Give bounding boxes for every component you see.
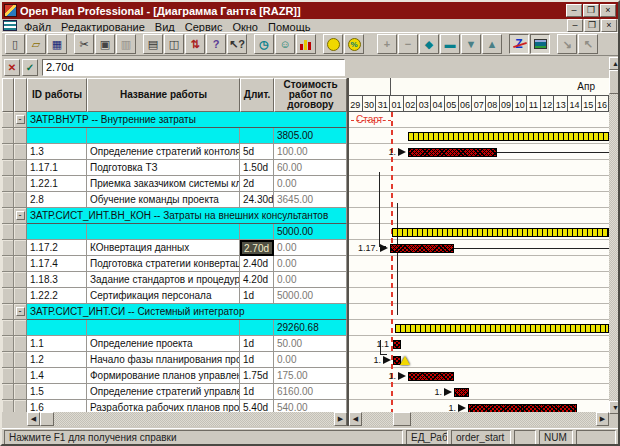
task-cost-cell[interactable]: 50.00 [274, 336, 347, 352]
task-name-cell[interactable] [87, 128, 240, 144]
task-bar[interactable] [408, 372, 454, 381]
task-name-cell[interactable]: КОнвертация данных [87, 240, 240, 256]
task-row[interactable]: 2.8Обучение команды проекта24.30d3645.00 [2, 192, 347, 208]
task-id-cell[interactable]: 1.3 [27, 144, 87, 160]
task-cost-cell[interactable]: 175.00 [274, 368, 347, 384]
menu-окно[interactable]: Окно [227, 21, 263, 33]
summary-bar[interactable] [392, 228, 609, 237]
task-duration-cell[interactable]: 4.20d [240, 272, 274, 288]
task-duration-cell[interactable]: 2.40d [240, 256, 274, 272]
vertical-scrollbar[interactable]: ▲ ▼ [609, 57, 620, 414]
task-name-cell[interactable]: Формирование планов управления [87, 368, 240, 384]
task-cost-cell[interactable]: 60.00 [274, 160, 347, 176]
task-duration-cell[interactable]: 5.40d [240, 400, 274, 412]
vertical-scroll-track[interactable] [609, 70, 620, 401]
task-name-cell[interactable]: Определение стратегий контоля и отч [87, 144, 240, 160]
task-row[interactable]: 1.17.2КОнвертация данных2.70d0.00 [2, 240, 347, 256]
task-name-cell[interactable] [87, 224, 240, 240]
mdi-restore-button[interactable]: ❐ [584, 19, 600, 32]
task-cost-cell[interactable]: 6160.00 [274, 384, 347, 400]
add-node-button[interactable]: ◆ [419, 34, 439, 54]
task-row[interactable]: 1.6Разработка рабочих планов проекта5.40… [2, 400, 347, 412]
task-row[interactable]: 1.22.2Сертификация персонала1d5000.00 [2, 288, 347, 304]
task-row[interactable]: 1.18.3Задание стандартов и процедур по д… [2, 272, 347, 288]
context-help-button[interactable]: ↖? [227, 34, 247, 54]
task-duration-cell[interactable]: 1.50d [240, 160, 274, 176]
summary-bar[interactable] [408, 132, 609, 141]
table-horizontal-scrollbar[interactable]: ◀ ▶ [2, 412, 347, 426]
task-cost-cell[interactable]: 0.00 [274, 176, 347, 192]
task-name-cell[interactable]: Подготовка ТЗ [87, 160, 240, 176]
task-duration-cell[interactable] [240, 128, 274, 144]
gantt-scroll-right-button[interactable]: ▶ [596, 412, 609, 426]
summary-row[interactable]: 3805.00 [2, 128, 347, 144]
del-node-button[interactable]: ▬ [440, 34, 460, 54]
task-duration-cell[interactable]: 2d [240, 176, 274, 192]
task-id-cell[interactable]: 1.2 [27, 352, 87, 368]
task-id-cell[interactable] [27, 320, 87, 336]
task-cost-cell[interactable]: 0.00 [274, 272, 347, 288]
task-id-cell[interactable]: 1.4 [27, 368, 87, 384]
selected-duration-cell[interactable]: 2.70d [240, 240, 274, 256]
cost-coin-button[interactable] [323, 34, 343, 54]
copy-button[interactable]: ▣ [95, 34, 115, 54]
task-name-cell[interactable]: Определение проекта [87, 336, 240, 352]
table-scroll-left-button[interactable]: ◀ [27, 412, 40, 426]
task-cost-cell[interactable]: 29260.68 [274, 320, 347, 336]
screen-button[interactable] [530, 34, 550, 54]
task-cost-cell[interactable]: 540.00 [274, 400, 347, 412]
restore-button[interactable]: ❐ [583, 4, 599, 17]
app-icon[interactable] [4, 4, 17, 17]
collapse-button[interactable]: - [16, 211, 25, 220]
task-bar[interactable] [408, 148, 497, 157]
gantt-scroll-thumb[interactable] [393, 412, 411, 426]
task-name-cell[interactable]: Задание стандартов и процедур по д [87, 272, 240, 288]
task-bar[interactable] [454, 388, 469, 397]
close-button[interactable]: × [600, 4, 616, 17]
task-cost-cell[interactable]: 0.00 [274, 240, 347, 256]
task-id-cell[interactable]: 1.1 [27, 336, 87, 352]
task-row[interactable]: 1.3Определение стратегий контоля и отч5d… [2, 144, 347, 160]
task-id-cell[interactable] [27, 128, 87, 144]
column-header-1[interactable]: ID работы [27, 78, 87, 112]
save-button[interactable]: ▦ [47, 34, 67, 54]
table-scroll-right-button[interactable]: ▶ [334, 412, 347, 426]
histogram-button[interactable] [296, 34, 316, 54]
gantt-scroll-left-button[interactable]: ◀ [349, 412, 362, 426]
menu-вид[interactable]: Вид [150, 21, 180, 33]
task-row[interactable]: 1.2Начало фазы планирования проекта1d0.0… [2, 352, 347, 368]
minus-button[interactable]: − [398, 34, 418, 54]
task-cost-cell[interactable]: 0.00 [274, 352, 347, 368]
link-fwd-button[interactable]: ↘ [557, 34, 577, 54]
task-duration-cell[interactable]: 1.75d [240, 368, 274, 384]
task-cost-cell[interactable]: 5000.00 [274, 224, 347, 240]
summary-row[interactable]: 5000.00 [2, 224, 347, 240]
task-row[interactable]: 1.22.1Приемка заказчиком системы клиент2… [2, 176, 347, 192]
menu-файл[interactable]: Файл [19, 21, 56, 33]
task-cost-cell[interactable]: 3645.00 [274, 192, 347, 208]
group-row[interactable]: -ЗАТР.ВНУТР -- Внутренние затраты [2, 112, 347, 128]
new-button[interactable]: ▯ [5, 34, 25, 54]
task-bar[interactable] [390, 244, 454, 253]
exchange-button[interactable]: ⇅ [185, 34, 205, 54]
document-icon[interactable] [3, 20, 17, 31]
task-name-cell[interactable]: Сертификация персонала [87, 288, 240, 304]
task-cost-cell[interactable]: 0.00 [274, 256, 347, 272]
help-button[interactable]: ? [206, 34, 226, 54]
task-id-cell[interactable]: 2.8 [27, 192, 87, 208]
task-id-cell[interactable]: 1.17.2 [27, 240, 87, 256]
task-cost-cell[interactable]: 3805.00 [274, 128, 347, 144]
task-duration-cell[interactable]: 5d [240, 144, 274, 160]
plus-button[interactable]: + [377, 34, 397, 54]
open-button[interactable]: ▱ [26, 34, 46, 54]
task-id-cell[interactable]: 1.18.3 [27, 272, 87, 288]
move-up-button[interactable]: ▲ [482, 34, 502, 54]
task-id-cell[interactable]: 1.17.4 [27, 256, 87, 272]
summary-row[interactable]: 29260.68 [2, 320, 347, 336]
task-name-cell[interactable] [87, 320, 240, 336]
task-name-cell[interactable]: Приемка заказчиком системы клиент [87, 176, 240, 192]
duration-edit-input[interactable] [42, 59, 345, 76]
task-duration-cell[interactable]: 1d [240, 352, 274, 368]
task-row[interactable]: 1.17.4Подготовка стратегии конвертации2.… [2, 256, 347, 272]
task-id-cell[interactable] [27, 224, 87, 240]
